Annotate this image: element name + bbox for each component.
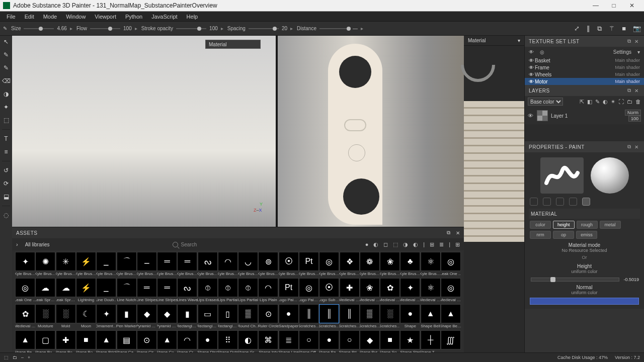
asset-item[interactable]: ⎯Kyle Brush... — [96, 251, 116, 278]
texture-set-frame[interactable]: 👁FrameMain shader — [525, 64, 644, 71]
asset-item[interactable]: ▲Shape Bell... — [441, 304, 461, 330]
asset-item[interactable]: PtKyle Brush... — [299, 251, 319, 278]
asset-item[interactable]: ✚Medieval C... — [339, 278, 359, 304]
asset-filter-8[interactable]: ≣ — [439, 241, 444, 248]
asset-item[interactable]: ⦿Kyle Brush... — [279, 251, 299, 278]
asset-item[interactable]: ✳Kyle Brush... — [56, 251, 76, 278]
channel-dropdown[interactable]: Base color — [528, 98, 563, 106]
asset-item[interactable]: ◐Shape Gra... — [238, 330, 258, 352]
tool-3[interactable]: ⌫ — [2, 77, 10, 85]
asset-item[interactable]: ⎽Kyle Brush... — [137, 251, 157, 278]
asset-item[interactable]: ✺Kyle Brush... — [35, 251, 55, 278]
asset-filter-0[interactable]: ● — [365, 241, 369, 248]
solo-icon[interactable]: ◎ — [540, 49, 544, 55]
asset-item[interactable]: ⊚Kyle Brush... — [258, 251, 278, 278]
asset-filter-9[interactable]: | — [449, 241, 450, 248]
asset-item[interactable]: ░Mold — [56, 304, 76, 330]
asset-item[interactable]: ☁Leak Sprea... — [56, 278, 76, 304]
asset-filter-10[interactable]: ⊞ — [455, 241, 460, 248]
asset-item[interactable]: ◆Pyramid O... — [137, 304, 157, 330]
prop-tab-3[interactable] — [556, 198, 564, 206]
asset-item[interactable]: ◆Pyramid St... — [157, 304, 177, 330]
tool-13[interactable]: ⬓ — [2, 193, 10, 201]
channel-chip-color[interactable]: color — [530, 221, 551, 229]
asset-item[interactable]: ▲Shape Brick — [96, 330, 116, 352]
undock-icon[interactable]: ⧉ — [626, 87, 633, 94]
menu-viewport[interactable]: Viewport — [90, 14, 121, 20]
normal-color-swatch[interactable] — [530, 298, 639, 305]
asset-item[interactable]: ■Shape Bor... — [76, 330, 96, 352]
menu-python[interactable]: Python — [121, 14, 147, 20]
asset-item[interactable]: ░Scratches ... — [380, 304, 400, 330]
asset-item[interactable]: ≣Shape Line — [279, 330, 299, 352]
menu-window[interactable]: Window — [61, 14, 90, 20]
asset-item[interactable]: ║Scratches ... — [299, 304, 319, 330]
channel-chip-op[interactable]: op — [553, 231, 574, 239]
asset-item[interactable]: ⦿Logo Subs... — [319, 278, 339, 304]
asset-item[interactable]: ◠Lips Plain — [258, 278, 278, 304]
viewport-display-dropdown[interactable]: Material — [205, 40, 261, 49]
minimize-button[interactable]: — — [587, 0, 605, 11]
undock-icon[interactable]: ⧉ — [447, 230, 451, 236]
asset-item[interactable]: ⎯Line Doub... — [96, 278, 116, 304]
asset-item[interactable]: ✿Medieval R... — [380, 278, 400, 304]
layers-tool-2[interactable]: ✎ — [595, 99, 600, 105]
asset-item[interactable]: ⦶Lips Partial — [218, 278, 238, 304]
tool-6[interactable]: ⬚ — [2, 116, 10, 124]
toolbar-right-icon-5[interactable]: 📷 — [633, 25, 641, 33]
tool-4[interactable]: ◑ — [2, 90, 10, 98]
asset-item[interactable]: PtLogo Painter — [279, 278, 299, 304]
asset-item[interactable]: ⦶Lips Partial — [238, 278, 258, 304]
asset-item[interactable]: ❁Kyle Brush... — [360, 251, 380, 278]
asset-item[interactable]: ◠Kyle Brush... — [218, 251, 238, 278]
asset-item[interactable]: ●Shape Par... — [319, 330, 339, 352]
asset-item[interactable]: ▲Shape Cone — [157, 330, 177, 352]
undock-icon[interactable]: ⧉ — [626, 144, 633, 150]
asset-item[interactable]: ║Scratches ... — [319, 304, 339, 330]
asset-item[interactable]: ⊙Shape Circ... — [137, 330, 157, 352]
asset-item[interactable]: ★Shape Star — [400, 330, 420, 352]
menu-help[interactable]: Help — [182, 14, 203, 20]
asset-item[interactable]: ▲Shape Bell — [420, 304, 440, 330]
asset-item[interactable]: ᔓKyle Brush... — [197, 251, 217, 278]
asset-item[interactable]: ■Shape Squ... — [380, 330, 400, 352]
asset-item[interactable]: ⊙Ruler Circle — [258, 304, 278, 330]
home-icon[interactable]: › — [16, 241, 18, 247]
texture-set-wheels[interactable]: 👁WheelsMain shader — [525, 71, 644, 78]
channel-chip-emiss[interactable]: emiss — [576, 231, 597, 239]
assets-search[interactable]: Search — [173, 242, 197, 247]
asset-filter-7[interactable]: ⊞ — [430, 241, 434, 248]
asset-item[interactable]: ☁Leak Spread — [35, 278, 55, 304]
tsl-settings[interactable]: Settings — [613, 49, 631, 55]
menu-javascript[interactable]: JavaScript — [147, 14, 182, 20]
asset-item[interactable]: ●Sandpaper — [279, 304, 299, 330]
param-spacing[interactable]: Spacing20▸ — [227, 26, 293, 31]
close-icon[interactable]: ✕ — [633, 88, 640, 94]
tool-1[interactable]: ✎ — [2, 51, 10, 59]
asset-item[interactable]: ❀Medieval F... — [360, 278, 380, 304]
asset-item[interactable]: ⌒Line Notch — [116, 278, 136, 304]
status-icon-3[interactable]: + — [28, 355, 30, 360]
asset-item[interactable]: ═Line Stripes — [157, 278, 177, 304]
toolbar-right-icon-4[interactable]: ■ — [622, 25, 626, 33]
toolbar-right-icon-2[interactable]: ⧉ — [597, 25, 602, 33]
tool-15[interactable]: ◌ — [2, 211, 10, 219]
asset-item[interactable]: ═Line Stripes — [137, 278, 157, 304]
asset-filter-1[interactable]: ◐ — [373, 241, 378, 248]
asset-item[interactable]: ◡Kyle Brush... — [238, 251, 258, 278]
asset-item[interactable]: ☾Moon — [76, 304, 96, 330]
asset-item[interactable]: ▒Round Ch... — [238, 304, 258, 330]
asset-item[interactable]: ◎Medieval S... — [441, 278, 461, 304]
undock-icon[interactable]: ⧉ — [626, 38, 633, 44]
assets-breadcrumb[interactable]: All libraries — [25, 242, 50, 247]
asset-item[interactable]: ✦Medieval R... — [400, 278, 420, 304]
asset-item[interactable]: ║Scratches ... — [339, 304, 359, 330]
asset-item[interactable]: ▯Rectangle ... — [218, 304, 238, 330]
visibility-icon[interactable]: 👁 — [528, 113, 534, 119]
asset-item[interactable]: ⌒Kyle Brush... — [116, 251, 136, 278]
layer-name[interactable]: Layer 1 — [551, 113, 622, 119]
asset-item[interactable]: ═Kyle Brush... — [177, 251, 197, 278]
param-stroke-opacity[interactable]: Stroke opacity100▸ — [141, 26, 223, 31]
asset-item[interactable]: ◎Leak One ... — [441, 251, 461, 278]
asset-item[interactable]: ┼Shape T Line — [420, 330, 440, 352]
